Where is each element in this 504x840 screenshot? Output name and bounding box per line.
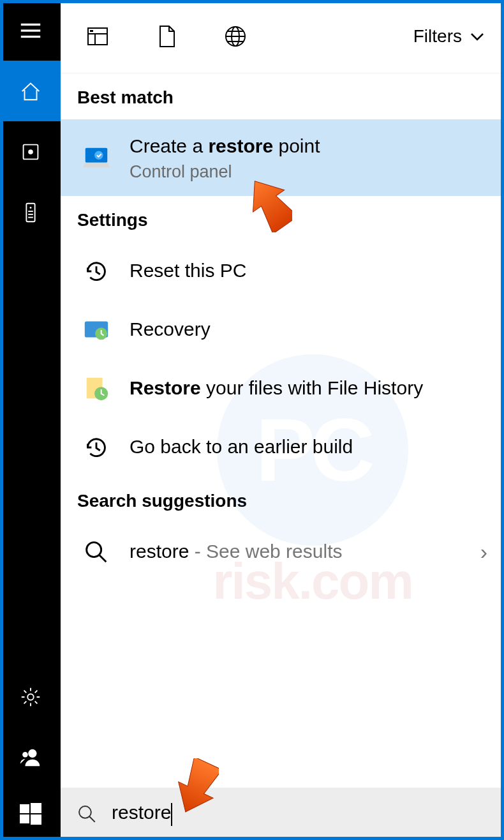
result-title: Restore your files with File History <box>130 375 487 401</box>
sidebar <box>0 0 61 840</box>
result-title: Go back to an earlier build <box>130 434 487 460</box>
svg-point-11 <box>28 749 36 757</box>
filter-toolbar: Filters <box>61 0 504 73</box>
sidebar-home[interactable] <box>0 61 61 121</box>
result-title: restore - See web results <box>130 539 480 565</box>
documents-filter-icon[interactable] <box>147 17 186 56</box>
result-create-restore-point[interactable]: Create a restore point Control panel <box>61 119 504 196</box>
suggestions-header: Search suggestions <box>61 477 504 523</box>
filters-label: Filters <box>413 26 462 47</box>
start-button[interactable] <box>0 788 61 840</box>
history-icon <box>77 428 115 467</box>
svg-point-12 <box>22 751 28 757</box>
sidebar-apps[interactable] <box>0 121 61 182</box>
result-title: Recovery <box>130 317 487 343</box>
file-history-icon <box>77 370 115 408</box>
chevron-down-icon <box>468 27 486 45</box>
svg-point-10 <box>27 694 34 700</box>
result-subtitle: Control panel <box>130 162 487 182</box>
search-input[interactable]: restore <box>112 802 489 825</box>
best-match-header: Best match <box>61 73 504 119</box>
svg-rect-15 <box>20 814 29 823</box>
result-title: Reset this PC <box>130 258 487 284</box>
svg-rect-5 <box>26 203 34 221</box>
sidebar-profile[interactable] <box>0 727 61 788</box>
history-icon <box>77 252 115 290</box>
web-filter-icon[interactable] <box>216 17 255 56</box>
svg-point-6 <box>29 206 31 208</box>
svg-point-4 <box>28 149 33 154</box>
monitor-icon <box>77 139 115 177</box>
settings-header: Settings <box>61 196 504 242</box>
search-bar[interactable]: restore <box>61 788 504 840</box>
svg-rect-13 <box>20 804 29 813</box>
result-web-suggestion[interactable]: restore - See web results › <box>61 523 504 581</box>
filters-dropdown[interactable]: Filters <box>413 26 486 47</box>
sidebar-remote[interactable] <box>0 182 61 243</box>
result-recovery[interactable]: Recovery <box>61 301 504 359</box>
recovery-icon <box>77 311 115 349</box>
result-go-back[interactable]: Go back to an earlier build <box>61 418 504 477</box>
search-panel: Filters PC risk.com Best match Create a … <box>61 0 504 840</box>
svg-point-25 <box>94 151 103 159</box>
result-title: Create a restore point <box>130 133 487 160</box>
svg-point-30 <box>87 542 101 557</box>
result-reset-pc[interactable]: Reset this PC <box>61 242 504 301</box>
svg-point-32 <box>79 806 91 818</box>
svg-line-31 <box>100 555 107 562</box>
apps-filter-icon[interactable] <box>78 17 117 56</box>
svg-rect-16 <box>31 814 41 825</box>
menu-toggle[interactable] <box>0 0 61 61</box>
svg-line-33 <box>89 816 95 822</box>
search-icon <box>76 803 98 825</box>
svg-rect-14 <box>31 803 41 813</box>
svg-rect-20 <box>90 30 93 32</box>
sidebar-settings[interactable] <box>0 666 61 727</box>
chevron-right-icon: › <box>480 539 487 564</box>
search-icon <box>77 533 115 571</box>
result-file-history[interactable]: Restore your files with File History <box>61 359 504 418</box>
